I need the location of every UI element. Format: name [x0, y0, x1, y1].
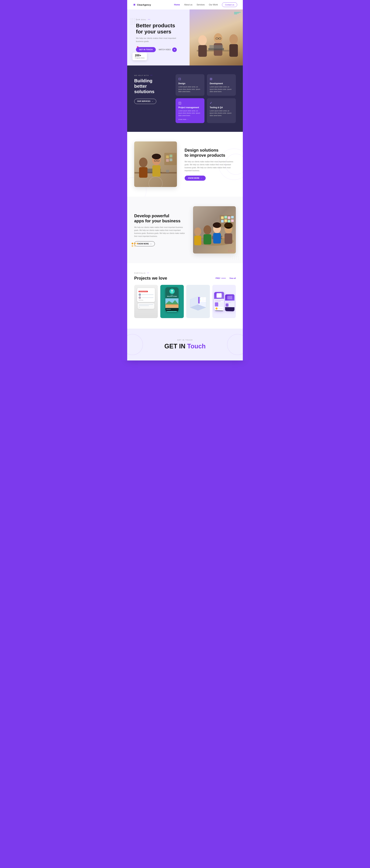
prev-label: PREV — [216, 277, 220, 279]
view-all-link[interactable]: View all — [229, 277, 236, 279]
svg-rect-11 — [229, 44, 238, 57]
hero-label: OUR GOAL 〰 — [136, 18, 184, 21]
portfolio-section: PORTFOLIO 〰 Projects we love PREV View a… — [127, 263, 243, 329]
hero-description: We help our clients realize their most i… — [136, 37, 176, 43]
contact-us-button[interactable]: Contact us — [222, 2, 237, 7]
develop-description: We help our clients make realize their m… — [134, 226, 186, 238]
svg-rect-45 — [194, 236, 201, 245]
get-in-touch-button[interactable]: GET IN TOUCH — [136, 47, 156, 52]
nav-services[interactable]: Services — [197, 3, 205, 6]
services-title: Building better solutions — [134, 78, 169, 95]
svg-rect-50 — [213, 233, 221, 244]
our-services-button[interactable]: OUR SERVICES → — [134, 99, 156, 104]
contact-circle-1 — [127, 334, 143, 355]
svg-rect-58 — [221, 216, 224, 219]
svg-rect-17 — [166, 170, 169, 173]
arrow-right-icon-3: → — [150, 243, 151, 245]
hero-stats-card: 200+ Projects done — [133, 53, 147, 60]
nav-about[interactable]: About us — [184, 3, 192, 6]
hero-section: OUR GOAL 〰 Better products for your user… — [127, 9, 243, 65]
logo[interactable]: ClearAgency — [133, 3, 151, 6]
portfolio-nav: PREV View all — [216, 277, 236, 279]
svg-rect-47 — [204, 234, 211, 244]
nav-work[interactable]: Our Work — [209, 3, 218, 6]
svg-rect-62 — [221, 220, 224, 222]
service-card-pm[interactable]: ◫ Project management Lorem ipsum dolor a… — [175, 98, 204, 123]
svg-point-33 — [132, 243, 133, 244]
develop-content: Develop powerful apps for your business … — [134, 213, 186, 247]
dots-deco-right — [230, 256, 239, 260]
portfolio-item-1[interactable]: Breaking News Samsung ... — [134, 285, 158, 318]
svg-rect-63 — [224, 219, 227, 222]
arrow-icon: → — [151, 100, 153, 102]
svg-rect-77 — [200, 299, 200, 299]
hero-content: OUR GOAL 〰 Better products for your user… — [127, 9, 190, 65]
services-grid: ⊡ Design Lorem ipsum dolor amet, an ipsu… — [175, 74, 236, 123]
portfolio-header: PORTFOLIO 〰 Projects we love PREV View a… — [134, 272, 236, 281]
develop-image — [193, 206, 236, 253]
portfolio-grid: Breaking News Samsung ... — [134, 285, 236, 318]
design-image — [134, 142, 177, 187]
prev-button[interactable]: PREV — [216, 277, 226, 279]
svg-rect-59 — [224, 216, 227, 218]
design-card-desc: Lorem ipsum dolor amet, an ipsum dore du… — [178, 86, 202, 93]
development-card-desc: Lorem ipsum dolor amet, an ipsum dore du… — [210, 86, 233, 93]
hero-actions: GET IN TOUCH WATCH VIDEO ▶ — [136, 47, 184, 52]
svg-point-46 — [204, 225, 211, 235]
svg-rect-13 — [209, 45, 223, 49]
service-card-development[interactable]: ⊞ Development Lorem ipsum dolor amet, an… — [207, 74, 236, 96]
portfolio-item-3[interactable] — [186, 285, 210, 318]
svg-point-36 — [134, 245, 136, 247]
svg-rect-25 — [152, 165, 161, 177]
service-card-design[interactable]: ⊡ Design Lorem ipsum dolor amet, an ipsu… — [175, 74, 204, 96]
pm-card-title: Project management — [178, 106, 202, 109]
know-more-link[interactable]: Know more → — [178, 119, 202, 120]
svg-rect-74 — [203, 297, 206, 300]
logo-icon — [133, 3, 136, 6]
svg-rect-32 — [164, 153, 177, 165]
yellow-deco — [131, 242, 140, 249]
nav-links: Home About us Services Our Work Contact … — [174, 2, 237, 7]
svg-rect-20 — [139, 167, 147, 178]
arrow-right-icon: → — [187, 119, 189, 120]
stats-label: Projects done — [135, 57, 145, 59]
teal-lines-deco — [234, 11, 241, 15]
svg-point-19 — [139, 158, 147, 167]
portfolio-item-4[interactable] — [212, 285, 236, 318]
svg-point-37 — [137, 243, 138, 244]
stats-number: 200+ — [135, 54, 145, 57]
contact-title: GET IN Touch — [134, 343, 236, 350]
svg-rect-61 — [231, 216, 234, 218]
prev-line-icon — [221, 278, 226, 278]
pm-card-desc: Lorem ipsum dolor amet, an ipsum dore du… — [178, 110, 202, 117]
develop-title: Develop powerful apps for your business — [134, 213, 186, 223]
hero-image — [190, 9, 243, 65]
portfolio-title: Projects we love — [134, 276, 167, 281]
watch-label: WATCH VIDEO — [159, 49, 171, 51]
develop-section: Develop powerful apps for your business … — [127, 196, 243, 263]
development-card-title: Development — [210, 82, 233, 85]
svg-rect-65 — [231, 219, 234, 222]
design-card-title: Design — [178, 82, 202, 85]
qa-icon: ✓ — [210, 101, 233, 105]
wave-icon: 〰 — [148, 18, 150, 21]
portfolio-label: PORTFOLIO 〰 — [134, 272, 236, 274]
svg-rect-60 — [228, 216, 230, 219]
services-section: WE HELP WITH 〰 Building better solutions… — [127, 65, 243, 132]
svg-rect-56 — [225, 234, 232, 244]
svg-rect-70 — [198, 297, 200, 303]
watch-video-button[interactable]: WATCH VIDEO ▶ — [159, 48, 177, 52]
svg-point-24 — [157, 155, 160, 158]
portfolio-item-2[interactable]: Hello, Welcome to Maui — [160, 285, 184, 318]
development-icon: ⊞ — [210, 77, 233, 81]
contact-label: GET IN TOUCH — [134, 339, 236, 341]
design-know-more-button[interactable]: KNOW MORE → — [184, 176, 206, 181]
service-card-qa[interactable]: ✓ Testing & QA Lorem ipsum dolor amet, a… — [207, 98, 236, 123]
services-left: WE HELP WITH 〰 Building better solutions… — [134, 74, 169, 123]
arrow-right-icon-2: → — [200, 177, 202, 179]
svg-point-10 — [229, 34, 238, 44]
nav-home[interactable]: Home — [174, 3, 180, 6]
hero-title: Better products for your users — [136, 23, 184, 35]
team-illustration-2 — [193, 206, 236, 253]
svg-point-35 — [132, 245, 133, 247]
